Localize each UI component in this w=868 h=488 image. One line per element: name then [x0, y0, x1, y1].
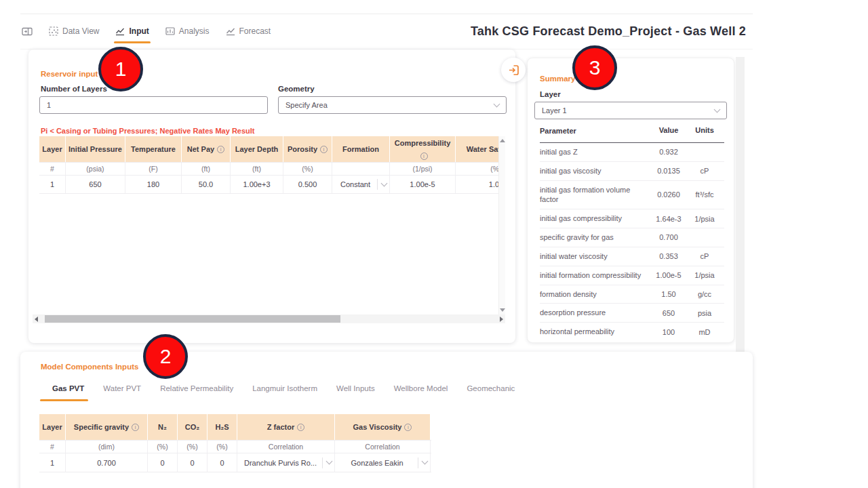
reservoir-table-row: 1 650 180 50.0 1.00e+3 0.500 Constant 1.… — [39, 176, 498, 194]
chevron-down-icon — [381, 180, 388, 186]
tab-well-inputs[interactable]: Well Inputs — [335, 384, 376, 392]
top-nav: Data View Input Analysis Forecast — [22, 26, 271, 36]
tab-forecast[interactable]: Forecast — [226, 26, 271, 36]
layer-label: Layer — [540, 90, 561, 98]
cell-layer[interactable]: 1 — [39, 176, 66, 193]
geometry-label: Geometry — [278, 85, 315, 93]
scroll-right-arrow-icon[interactable] — [500, 317, 503, 322]
summary-table: Parameter Value Units initial gas Z0.932… — [540, 126, 724, 341]
page-title: Tahk CSG Forecast Demo_Project - Gas Wel… — [471, 24, 746, 39]
chevron-down-icon — [422, 458, 429, 465]
tab-gas-pvt[interactable]: Gas PVT — [51, 384, 85, 392]
model-components-card: Model Components Inputs Gas PVT Water PV… — [20, 352, 753, 488]
chevron-down-icon — [714, 106, 721, 113]
z-factor-select[interactable]: Dranchuk Purvis Ro... — [237, 453, 335, 472]
number-of-layers-value: 1 — [47, 101, 51, 109]
gas-viscosity-select[interactable]: Gonzales Eakin — [335, 453, 431, 472]
info-icon[interactable] — [132, 424, 139, 431]
scatter-chart-icon — [49, 26, 58, 36]
tab-wellbore-model[interactable]: Wellbore Model — [393, 384, 450, 392]
tab-geomechanic[interactable]: Geomechanic — [465, 384, 516, 392]
cell-net-pay[interactable]: 50.0 — [182, 176, 231, 193]
summary-row: initial formation compressibility1.00e-5… — [540, 266, 724, 285]
reservoir-heading: Reservoir input — [41, 70, 98, 78]
cell-porosity[interactable]: 0.500 — [283, 176, 332, 193]
scroll-down-arrow-icon[interactable] — [500, 308, 505, 312]
summary-row: initial gas formation volume factor0.026… — [540, 181, 724, 210]
cell-compressibility[interactable]: 1.00e-5 — [390, 176, 456, 193]
cell-layer[interactable]: 1 — [39, 453, 66, 472]
layer-value: Layer 1 — [542, 106, 567, 115]
tab-label: Data View — [62, 26, 99, 36]
forecast-chart-icon — [226, 26, 235, 36]
tab-label: Forecast — [239, 26, 271, 36]
scroll-left-arrow-icon[interactable] — [35, 317, 38, 322]
summary-row: initial gas Z0.932 — [540, 143, 724, 162]
analysis-chart-icon — [165, 26, 175, 36]
summary-heading: Summary — [540, 75, 575, 83]
table-vertical-scrollbar[interactable] — [498, 136, 505, 314]
summary-table-header: Parameter Value Units — [540, 126, 724, 143]
summary-card: Summary Layer Layer 1 Parameter Value Un… — [527, 58, 734, 343]
model-components-heading: Model Components Inputs — [41, 363, 138, 371]
tab-data-view[interactable]: Data View — [49, 26, 99, 36]
tab-langmuir-isotherm[interactable]: Langmuir Isotherm — [251, 384, 319, 392]
gas-pvt-table: Layer Specific gravity N₂ CO₂ H₂S Z fact… — [39, 414, 431, 472]
cell-water-saturation[interactable]: 1.00 — [456, 176, 498, 193]
model-tabs: Gas PVT Water PVT Relative Permeability … — [51, 384, 516, 392]
layer-select[interactable]: Layer 1 — [534, 102, 727, 119]
info-icon[interactable] — [297, 424, 304, 431]
chevron-down-icon — [326, 458, 333, 465]
geometry-select[interactable]: Specify Area — [278, 96, 507, 114]
summary-row: specific gravity for gas0.700 — [540, 228, 724, 247]
cell-initial-pressure[interactable]: 650 — [66, 176, 125, 193]
tab-relative-permeability[interactable]: Relative Permeability — [159, 384, 235, 392]
tab-analysis[interactable]: Analysis — [165, 26, 210, 36]
collapse-sidebar-icon[interactable] — [22, 27, 33, 36]
reservoir-table: Layer Initial Pressure Temperature Net P… — [39, 136, 498, 194]
number-of-layers-label: Number of Layers — [41, 85, 107, 93]
pressure-warning: Pi < Casing or Tubing Pressures; Negativ… — [41, 127, 255, 135]
summary-row: initial gas compressibility1.64e-31/psia — [540, 209, 724, 228]
tab-label: Input — [129, 26, 149, 36]
reservoir-table-header: Layer Initial Pressure Temperature Net P… — [39, 136, 498, 162]
info-icon[interactable] — [320, 146, 328, 153]
collapse-panel-button[interactable] — [501, 58, 526, 82]
line-chart-icon — [115, 26, 125, 36]
summary-row: initial water viscosity0.353cP — [540, 247, 724, 266]
table-horizontal-scrollbar[interactable] — [33, 314, 505, 323]
gas-pvt-table-header: Layer Specific gravity N₂ CO₂ H₂S Z fact… — [39, 414, 431, 440]
gas-pvt-table-units: # (dim) (%) (%) (%) Correlation Correlat… — [39, 440, 431, 453]
scrollbar-thumb[interactable] — [45, 315, 340, 323]
info-icon[interactable] — [404, 424, 412, 431]
collapse-panel-icon — [508, 64, 519, 76]
tab-water-pvt[interactable]: Water PVT — [102, 384, 142, 392]
info-icon[interactable] — [217, 146, 224, 153]
gas-pvt-table-row: 1 0.700 0 0 0 Dranchuk Purvis Ro... Gonz… — [39, 453, 431, 472]
info-icon[interactable] — [420, 152, 428, 160]
cell-co2[interactable]: 0 — [178, 453, 208, 472]
tab-input[interactable]: Input — [115, 26, 149, 36]
tab-label: Analysis — [179, 26, 210, 36]
cell-layer-depth[interactable]: 1.00e+3 — [231, 176, 283, 193]
top-divider — [20, 14, 753, 14]
cell-specific-gravity[interactable]: 0.700 — [66, 453, 148, 472]
cell-temperature[interactable]: 180 — [125, 176, 182, 193]
annotation-circle-1: 1 — [98, 47, 143, 92]
chevron-down-icon — [494, 100, 500, 107]
summary-row: initial gas viscosity0.0135cP — [540, 162, 724, 181]
cell-h2s[interactable]: 0 — [208, 453, 237, 472]
scroll-up-arrow-icon[interactable] — [500, 139, 505, 142]
reservoir-input-card: Reservoir input Number of Layers 1 Geome… — [28, 49, 515, 343]
summary-row: horizontal permeability100mD — [540, 323, 724, 341]
formation-type-select[interactable]: Constant — [332, 176, 390, 193]
reservoir-table-units: # (psia) (F) (ft) (ft) (%) (1/psi) (%) — [39, 162, 498, 176]
number-of-layers-input[interactable]: 1 — [39, 96, 268, 114]
annotation-circle-3: 3 — [572, 45, 617, 90]
summary-row: desorption pressure650psia — [540, 304, 724, 323]
geometry-value: Specify Area — [285, 101, 328, 109]
cell-n2[interactable]: 0 — [148, 453, 178, 472]
summary-row: formation density1.50g/cc — [540, 285, 724, 304]
annotation-circle-2: 2 — [143, 334, 188, 379]
